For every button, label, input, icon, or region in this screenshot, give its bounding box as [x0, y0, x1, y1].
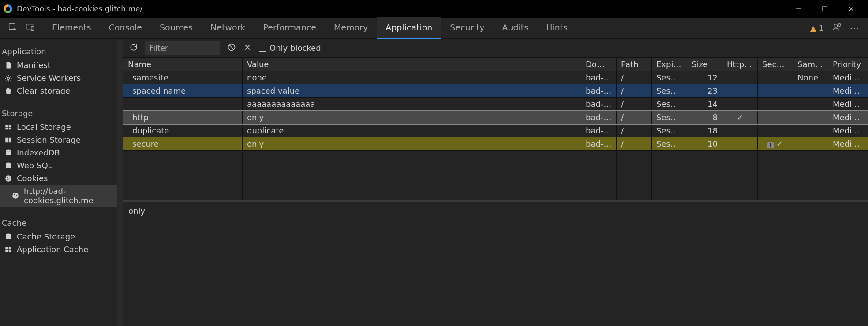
tabs-container: ElementsConsoleSourcesNetworkPerformance…	[43, 17, 576, 39]
cell-secure	[758, 71, 793, 84]
only-blocked-toggle[interactable]: Only blocked	[259, 43, 321, 53]
sidebar-item[interactable]: http://bad-cookies.glitch.me	[0, 185, 117, 207]
cell-value: only	[243, 137, 581, 151]
cell-name	[123, 98, 243, 111]
cookie-detail-pane: only	[123, 200, 868, 326]
app-icon	[4, 4, 12, 13]
cell-secure	[758, 98, 793, 111]
tab-hints[interactable]: Hints	[537, 17, 576, 39]
sidebar-item[interactable]: Manifest	[0, 59, 117, 72]
sidebar-item-label: IndexedDB	[17, 148, 60, 157]
column-header[interactable]: Expires...	[652, 58, 687, 71]
column-header[interactable]: HttpO...	[722, 58, 758, 71]
svg-point-20	[5, 175, 11, 182]
column-header[interactable]: Value	[243, 58, 581, 71]
tab-elements[interactable]: Elements	[43, 17, 100, 39]
column-header[interactable]: SameS...	[793, 58, 828, 71]
cell-size: 12	[687, 71, 722, 84]
svg-point-27	[15, 196, 15, 197]
column-header[interactable]: Secure	[758, 58, 793, 71]
cell-value: only	[243, 111, 581, 124]
svg-rect-1	[823, 7, 827, 11]
application-sidebar: ApplicationManifestService WorkersClear …	[0, 39, 117, 326]
refresh-icon[interactable]	[129, 43, 138, 53]
sidebar-item[interactable]: Session Storage	[0, 133, 117, 146]
sidebar-item[interactable]: IndexedDB	[0, 146, 117, 159]
grid-icon	[4, 246, 12, 254]
cell-name: duplicate	[123, 124, 243, 137]
sidebar-header: Application	[0, 44, 117, 59]
column-header[interactable]: Path	[617, 58, 652, 71]
sidebar-item[interactable]: Local Storage	[0, 121, 117, 133]
maximize-button[interactable]	[812, 0, 838, 18]
table-row[interactable]: duplicateduplicatebad-co.../Session18Med…	[123, 124, 868, 137]
table-row[interactable]: httponlybad-co.../Session8✓Medium	[123, 111, 868, 124]
warnings-badge[interactable]: ▲ 1	[810, 23, 824, 33]
sidebar-item-label: Cookies	[17, 174, 48, 183]
tab-audits[interactable]: Audits	[493, 17, 537, 39]
clear-all-icon[interactable]	[227, 43, 236, 53]
sidebar-item[interactable]: Cache Storage	[0, 230, 117, 243]
cell-size: 23	[687, 84, 722, 98]
sidebar-item-label: Session Storage	[17, 135, 81, 144]
device-toggle-icon[interactable]	[26, 23, 35, 34]
grid-icon	[4, 123, 12, 131]
svg-rect-13	[9, 127, 11, 129]
inspect-element-icon[interactable]	[8, 23, 18, 34]
database-icon	[4, 162, 12, 170]
sidebar-item-label: http://bad-cookies.glitch.me	[24, 186, 112, 205]
sidebar-item-label: Service Workers	[17, 73, 81, 83]
table-row[interactable]: aaaaaaaaaaaaaabad-co.../Session14Medium	[123, 98, 868, 111]
tab-application[interactable]: Application	[377, 17, 441, 39]
cell-name: samesite	[123, 71, 243, 84]
tab-memory[interactable]: Memory	[325, 17, 377, 39]
info-icon: i	[767, 142, 774, 148]
window-controls	[785, 0, 864, 18]
column-header[interactable]: Name	[123, 58, 243, 71]
document-icon	[4, 61, 12, 69]
sidebar-item[interactable]: Cookies	[0, 172, 117, 185]
cell-priority: Medium	[828, 137, 868, 151]
table-row-empty	[123, 175, 868, 200]
svg-point-8	[838, 23, 841, 26]
sidebar-item[interactable]: Service Workers	[0, 72, 117, 84]
cell-samesite	[793, 111, 828, 124]
cell-domain: bad-co...	[581, 98, 617, 111]
cell-priority: Medium	[828, 98, 868, 111]
sidebar-item[interactable]: Web SQL	[0, 159, 117, 172]
table-row[interactable]: secureonlybad-co.../Session10i✓Medium	[123, 137, 868, 151]
table-row[interactable]: samesitenonebad-co.../Session12NoneMediu…	[123, 71, 868, 84]
tab-network[interactable]: Network	[202, 17, 254, 39]
tab-sources[interactable]: Sources	[151, 17, 202, 39]
more-options-icon[interactable]: ⋯	[849, 23, 860, 34]
sidebar-item[interactable]: Clear storage	[0, 84, 117, 97]
cell-secure	[758, 84, 793, 98]
close-icon[interactable]	[243, 43, 252, 53]
window-title: DevTools - bad-cookies.glitch.me/	[17, 4, 785, 13]
sidebar-resize-handle[interactable]	[117, 39, 123, 326]
svg-rect-12	[5, 127, 8, 129]
tab-console[interactable]: Console	[100, 17, 151, 39]
tab-security[interactable]: Security	[441, 17, 493, 39]
column-header[interactable]: Priority	[828, 58, 868, 71]
cell-name: spaced name	[123, 84, 243, 98]
close-window-button[interactable]	[838, 0, 864, 18]
filter-input[interactable]	[145, 41, 220, 55]
devtools-tabs: ElementsConsoleSourcesNetworkPerformance…	[0, 18, 868, 39]
sidebar-item-label: Local Storage	[17, 122, 71, 132]
column-header[interactable]: Domain	[581, 58, 617, 71]
column-header[interactable]: Size	[687, 58, 722, 71]
svg-point-9	[7, 77, 10, 79]
title-bar: DevTools - bad-cookies.glitch.me/	[0, 0, 868, 18]
gear-icon	[4, 74, 12, 82]
tab-performance[interactable]: Performance	[254, 17, 325, 39]
warning-count: 1	[819, 23, 824, 33]
svg-point-22	[9, 178, 10, 178]
feedback-icon[interactable]	[832, 23, 842, 34]
cell-secure: i✓	[758, 137, 793, 151]
minimize-button[interactable]	[785, 0, 812, 18]
cell-domain: bad-co...	[581, 71, 617, 84]
table-row[interactable]: spaced namespaced valuebad-co.../Session…	[123, 84, 868, 98]
cell-path: /	[617, 137, 652, 151]
sidebar-item[interactable]: Application Cache	[0, 243, 117, 256]
